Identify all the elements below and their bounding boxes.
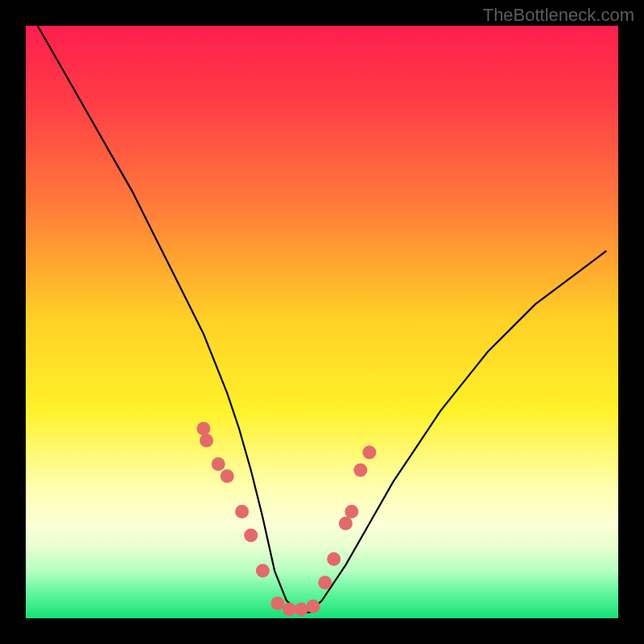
data-point <box>244 529 258 543</box>
data-point <box>307 600 320 613</box>
data-point <box>221 469 234 483</box>
data-point <box>295 603 308 617</box>
gradient-background <box>26 26 618 618</box>
data-point <box>353 464 367 477</box>
data-point <box>200 434 213 448</box>
data-point <box>256 564 270 578</box>
data-point <box>327 552 341 566</box>
data-point <box>283 603 296 617</box>
data-point <box>362 445 376 459</box>
data-point <box>196 422 210 436</box>
chart-svg <box>26 26 618 618</box>
chart-container: TheBottleneck.com <box>0 0 644 644</box>
plot-area <box>26 26 618 618</box>
watermark-text: TheBottleneck.com <box>483 5 634 26</box>
data-point <box>270 597 284 610</box>
data-point <box>212 457 225 471</box>
data-point <box>235 505 249 518</box>
data-point <box>345 505 358 518</box>
data-point <box>318 576 332 589</box>
data-point <box>339 517 353 530</box>
